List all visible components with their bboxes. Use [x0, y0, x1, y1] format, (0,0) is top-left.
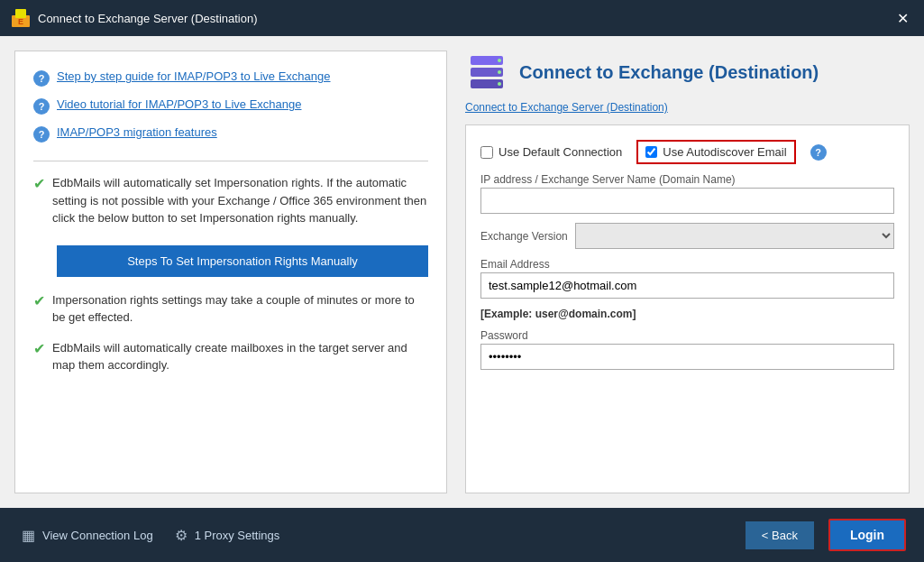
default-connection-item: Use Default Connection: [480, 145, 622, 159]
view-log-label: View Connection Log: [42, 529, 153, 542]
svg-text:E: E: [18, 17, 23, 26]
version-select[interactable]: [575, 223, 894, 249]
email-field-group: Email Address: [480, 258, 894, 299]
proxy-label: 1 Proxy Settings: [195, 529, 280, 542]
link-3[interactable]: IMAP/POP3 migration features: [57, 125, 217, 139]
svg-point-6: [498, 59, 501, 62]
form-box: Use Default Connection Use Autodiscover …: [465, 124, 910, 493]
check-text-2: Impersonation rights settings may take a…: [52, 291, 428, 327]
left-panel: ? Step by step guide for IMAP/POP3 to Li…: [14, 51, 447, 493]
footer: ▦ View Connection Log ⚙ 1 Proxy Settings…: [0, 508, 924, 562]
ip-input[interactable]: [480, 188, 894, 214]
help-icon-2: ?: [33, 98, 50, 115]
svg-point-7: [498, 70, 501, 74]
email-label: Email Address: [480, 258, 894, 271]
link-item-1: ? Step by step guide for IMAP/POP3 to Li…: [33, 69, 428, 87]
use-default-checkbox[interactable]: [480, 146, 493, 159]
right-panel-title: Connect to Exchange (Destination): [519, 62, 819, 83]
autodiscover-label: Use Autodiscover Email: [663, 145, 786, 159]
check-item-3: ✔ EdbMails will automatically create mai…: [33, 339, 428, 374]
ip-label: IP address / Exchange Server Name (Domai…: [480, 173, 894, 186]
check-icon-2: ✔: [33, 292, 45, 309]
right-header: Connect to Exchange (Destination): [465, 51, 910, 94]
svg-point-8: [498, 82, 501, 86]
close-button[interactable]: ✕: [892, 7, 913, 29]
main-content: ? Step by step guide for IMAP/POP3 to Li…: [0, 36, 924, 508]
password-field-group: Password: [480, 329, 894, 370]
help-icon-1: ?: [33, 70, 50, 87]
app-icon: E: [11, 8, 31, 28]
autodiscover-checkbox[interactable]: [645, 146, 657, 158]
password-label: Password: [480, 329, 894, 342]
email-input[interactable]: [480, 272, 894, 299]
check-text-3: EdbMails will automatically create mailb…: [52, 339, 428, 374]
right-panel: Connect to Exchange (Destination) Connec…: [447, 36, 924, 508]
divider-1: [33, 161, 428, 161]
password-input[interactable]: [480, 344, 894, 370]
autodiscover-box: Use Autodiscover Email: [636, 140, 795, 164]
check-item-2: ✔ Impersonation rights settings may take…: [33, 291, 428, 327]
help-icon-3: ?: [33, 126, 50, 143]
version-label: Exchange Version: [480, 230, 568, 243]
proxy-settings-button[interactable]: ⚙ 1 Proxy Settings: [171, 521, 284, 549]
version-field-group: Exchange Version: [480, 223, 894, 249]
server-icon: [465, 51, 508, 94]
window-title: Connect to Exchange Server (Destination): [38, 12, 892, 25]
login-button[interactable]: Login: [828, 519, 906, 551]
back-button[interactable]: < Back: [746, 521, 814, 549]
checkbox-row: Use Default Connection Use Autodiscover …: [480, 140, 894, 164]
check-text-1: EdbMails will automatically set Imperson…: [52, 174, 428, 227]
view-log-button[interactable]: ▦ View Connection Log: [18, 521, 157, 549]
proxy-icon: ⚙: [175, 527, 188, 544]
impersonation-button[interactable]: Steps To Set Impersonation Rights Manual…: [57, 245, 428, 277]
link-item-2: ? Video tutorial for IMAP/POP3 to Live E…: [33, 97, 428, 115]
use-default-label: Use Default Connection: [499, 145, 622, 159]
breadcrumb[interactable]: Connect to Exchange Server (Destination): [465, 101, 910, 114]
link-2[interactable]: Video tutorial for IMAP/POP3 to Live Exc…: [57, 97, 301, 111]
ip-field-group: IP address / Exchange Server Name (Domai…: [480, 173, 894, 214]
check-icon-3: ✔: [33, 340, 45, 357]
check-item-1: ✔ EdbMails will automatically set Impers…: [33, 174, 428, 227]
link-1[interactable]: Step by step guide for IMAP/POP3 to Live…: [57, 69, 331, 83]
link-item-3: ? IMAP/POP3 migration features: [33, 125, 428, 143]
log-icon: ▦: [22, 527, 35, 544]
titlebar: E Connect to Exchange Server (Destinatio…: [0, 0, 924, 36]
email-example: [Example: user@domain.com]: [480, 308, 894, 320]
app-window: E Connect to Exchange Server (Destinatio…: [0, 0, 924, 562]
check-icon-1: ✔: [33, 175, 45, 192]
autodiscover-help-icon[interactable]: ?: [810, 144, 827, 161]
